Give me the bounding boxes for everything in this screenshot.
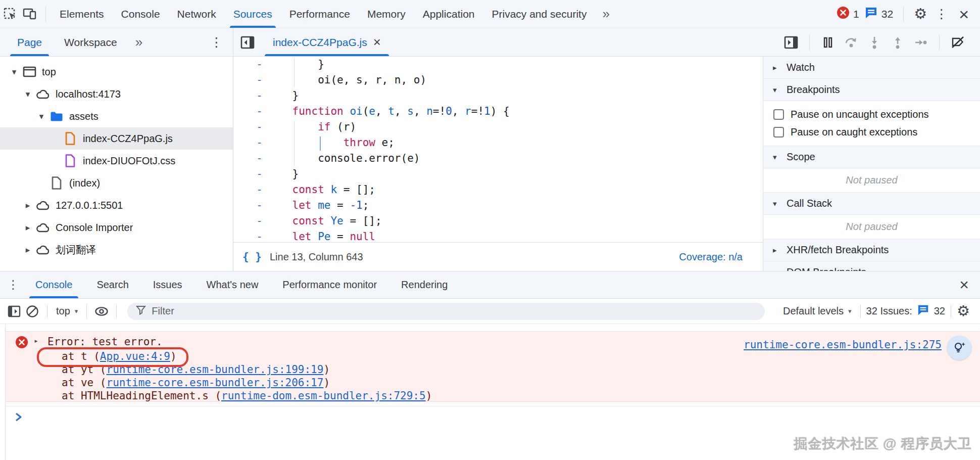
more-panels-icon[interactable]: » [595,6,616,22]
section-header-watch[interactable]: ▸Watch [763,57,980,79]
drawer-tab-search[interactable]: Search [87,271,137,298]
tree-expander-icon[interactable]: ▸ [21,222,35,233]
drawer-tab-what-s-new[interactable]: What's new [198,271,268,298]
code-text[interactable]: console.error(e) [266,151,420,166]
log-levels-selector[interactable]: Default levels ▾ [780,305,855,317]
line-number[interactable]: - [233,104,266,119]
tree-item-127-0-0-1-5501[interactable]: ▸127.0.0.1:5501 [0,194,233,216]
main-tab-sources[interactable]: Sources [225,0,281,28]
step-over-icon[interactable] [841,32,861,53]
line-number[interactable]: - [233,57,266,72]
stack-frame-link[interactable]: runtime-core.esm-bundler.js:199:19 [107,363,324,376]
line-number[interactable]: - [233,213,266,229]
section-header-xhr-fetch-breakpoints[interactable]: ▸XHR/fetch Breakpoints [763,239,980,261]
error-source-link[interactable]: runtime-core.esm-bundler.js:275 [744,339,942,351]
code-text[interactable]: if (r) [266,119,356,135]
step-icon[interactable] [911,32,931,53]
line-number[interactable]: - [233,119,266,135]
tree-item-console-importer[interactable]: ▸Console Importer [0,216,233,239]
main-menu-kebab-icon[interactable]: ⋮ [932,8,951,20]
line-number[interactable]: - [233,182,266,198]
code-text[interactable]: oi(e, s, r, n, o) [266,72,426,88]
checkbox-unchecked[interactable] [773,109,784,120]
deactivate-breakpoints-icon[interactable] [948,32,968,53]
line-number[interactable]: - [233,166,266,182]
code-text[interactable]: let Pe = null [266,229,375,242]
tree-item-localhost-4173[interactable]: ▾localhost:4173 [0,83,233,105]
drawer-close-icon[interactable]: × [948,271,980,298]
line-number[interactable]: - [233,72,266,88]
code-text[interactable]: const Ye = []; [266,213,382,229]
console-prompt[interactable] [6,406,980,428]
code-text[interactable]: const k = []; [266,182,375,198]
code-text[interactable]: } [266,57,324,72]
step-out-icon[interactable] [888,32,908,53]
tree-expander-icon[interactable]: ▾ [34,111,48,122]
step-into-icon[interactable] [864,32,885,53]
line-number[interactable]: - [233,88,266,104]
checkbox-unchecked[interactable] [773,127,784,137]
code-area[interactable]: - }- oi(e, s, r, n, o)- }- function oi(e… [233,57,763,242]
tree-expander-icon[interactable]: ▸ [21,245,35,255]
tree-item--index-[interactable]: (index) [0,172,233,194]
console-error-message[interactable]: ▸ Error: test error. runtime-core.esm-bu… [6,331,980,402]
issues-count-badge[interactable]: 32 [864,6,893,22]
navigator-tab-page[interactable]: Page [6,28,53,56]
close-devtools-icon[interactable]: × [956,6,972,23]
console-sidebar-toggle-icon[interactable] [5,302,23,320]
drawer-tab-performance-monitor[interactable]: Performance monitor [273,271,386,298]
toggle-navigator-icon[interactable] [237,32,258,53]
tree-item-assets[interactable]: ▾assets [0,105,233,127]
navigator-tab-workspace[interactable]: Workspace [53,28,128,56]
issues-summary[interactable]: 32 Issues: 32 [866,304,945,318]
drawer-menu-kebab-icon[interactable]: ⋮ [0,271,26,298]
expand-triangle-icon[interactable]: ▸ [34,336,38,345]
file-tab-active[interactable]: index-CCZ4PpaG.js × [263,28,391,56]
tree-expander-icon[interactable]: ▸ [21,200,35,211]
tree-expander-icon[interactable]: ▾ [21,89,35,100]
tree-item-index-ccz4ppag-js[interactable]: index-CCZ4PpaG.js [0,127,233,150]
live-expression-eye-icon[interactable] [92,302,111,320]
navigator-menu-kebab-icon[interactable]: ⋮ [207,36,226,49]
console-filter-input[interactable]: Filter [127,303,765,320]
code-text[interactable]: } [266,88,299,104]
device-toolbar-icon[interactable] [20,4,40,24]
more-navigator-tabs-icon[interactable]: » [128,34,150,50]
drawer-tab-rendering[interactable]: Rendering [392,271,457,298]
line-number[interactable]: - [233,198,266,213]
section-header-scope[interactable]: ▾Scope [763,146,980,168]
section-header-dom-breakpoints[interactable]: ▸DOM Breakpoints [763,261,980,271]
toggle-debugger-sidebar-icon[interactable] [781,32,801,53]
tree-expander-icon[interactable]: ▾ [7,67,21,77]
code-text[interactable]: throw e; [266,135,395,151]
stack-frame-link[interactable]: runtime-dom.esm-bundler.js:729:5 [221,390,426,402]
pause-script-icon[interactable] [818,32,838,53]
line-number[interactable]: - [233,151,266,166]
section-header-call-stack[interactable]: ▾Call Stack [763,193,980,215]
main-tab-console[interactable]: Console [113,0,169,28]
main-tab-application[interactable]: Application [414,0,483,28]
file-tab-close-icon[interactable]: × [373,34,381,50]
clear-console-icon[interactable] [23,302,41,320]
main-tab-performance[interactable]: Performance [281,0,359,28]
tree-item-index-diuofotj-css[interactable]: index-DIUOFOtJ.css [0,150,233,172]
main-tab-memory[interactable]: Memory [359,0,414,28]
stack-frame-link[interactable]: App.vue:4:9 [100,350,170,362]
main-tab-elements[interactable]: Elements [51,0,113,28]
line-number[interactable]: - [233,229,266,242]
ai-insight-bulb-icon[interactable] [947,336,971,360]
pretty-print-icon[interactable]: { } [242,251,262,263]
drawer-tab-issues[interactable]: Issues [144,271,191,298]
tree-item-划词翻译[interactable]: ▸划词翻译 [0,239,233,261]
console-settings-gear-icon[interactable]: ⚙ [957,304,970,318]
error-count-badge[interactable]: 1 [837,6,859,22]
code-text[interactable]: function oi(e, t, s, n=!0, r=!1) { [266,104,510,119]
code-text[interactable]: let me = -1; [266,198,369,213]
coverage-link[interactable]: Coverage: n/a [679,251,743,263]
stack-frame-link[interactable]: runtime-core.esm-bundler.js:206:17 [107,377,324,389]
code-text[interactable]: } [266,166,299,182]
settings-gear-icon[interactable]: ⚙ [914,7,927,21]
main-tab-privacy-and-security[interactable]: Privacy and security [483,0,595,28]
main-tab-network[interactable]: Network [169,0,225,28]
inspect-element-icon[interactable] [0,4,20,24]
